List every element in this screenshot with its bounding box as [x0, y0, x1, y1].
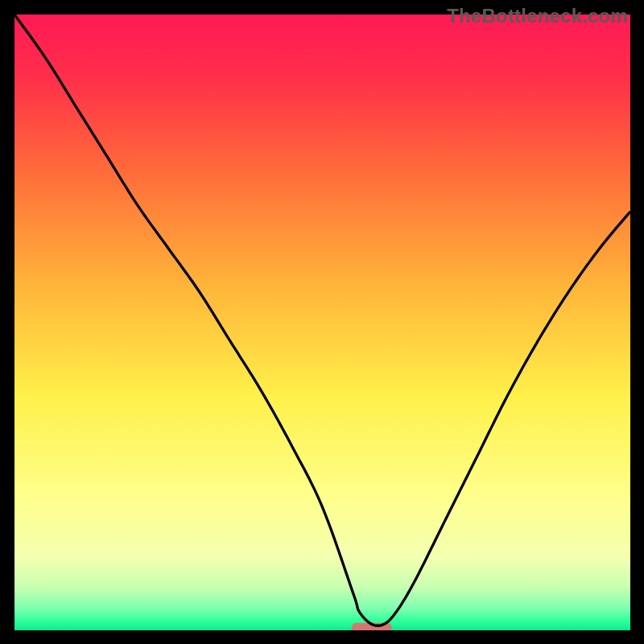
- bottleneck-chart-canvas: [0, 0, 644, 644]
- watermark-label: TheBottleneck.com: [447, 5, 628, 27]
